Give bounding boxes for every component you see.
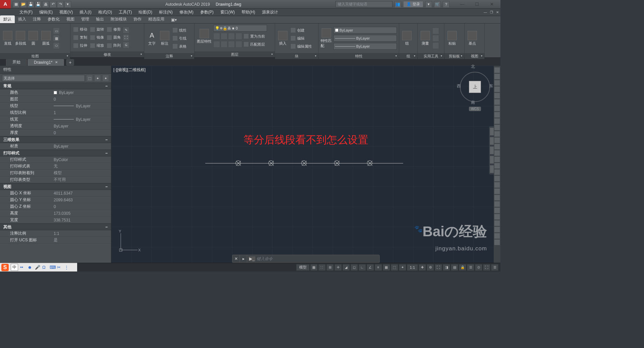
ime-soft-icon[interactable]: Ω [42, 265, 48, 270]
sb-polar-icon[interactable]: ✛ [334, 264, 342, 271]
palette-icon[interactable] [494, 169, 500, 175]
sb-gizmo-icon[interactable]: ✦ [399, 264, 406, 271]
qat-plot-icon[interactable]: 🖶 [42, 1, 49, 8]
palette-icon[interactable] [494, 156, 500, 162]
trim-button[interactable]: 修剪 [106, 27, 121, 33]
arc-button[interactable]: 圆弧 [40, 25, 52, 52]
panel-group-title[interactable]: 组 [399, 53, 417, 59]
qat-undo-icon[interactable]: ↶ [50, 1, 56, 8]
prop-value[interactable]: 0 [54, 204, 111, 209]
menu-help[interactable]: 帮助(H) [238, 9, 259, 15]
prop-value[interactable]: 338.7531 [54, 218, 111, 222]
ellipse-icon[interactable]: ⬭ [53, 42, 60, 49]
prop-section-header[interactable]: 其他– [0, 223, 111, 230]
cmd-close-icon[interactable]: ✕ [232, 255, 240, 262]
prop-value[interactable]: 173.0305 [54, 211, 111, 216]
sb-select-icon[interactable]: ⬚ [391, 264, 398, 271]
panel-util-title[interactable]: 实用工具 [418, 53, 444, 59]
paste-button[interactable]: 粘贴 [446, 25, 458, 52]
menu-yuanquan[interactable]: 源泉设计 [259, 9, 281, 15]
palette-icon[interactable] [494, 131, 500, 137]
tab-start[interactable]: 开始 [6, 58, 27, 66]
prop-row[interactable]: 线型比例1 [0, 109, 111, 116]
prop-section-header[interactable]: 打印样式– [0, 150, 111, 156]
prop-row[interactable]: 颜色ByLayer [0, 89, 111, 96]
sb-isolate-icon[interactable]: ☰ [467, 264, 474, 271]
menu-file[interactable]: 文件(F) [16, 9, 36, 15]
ime-kbd-icon[interactable]: ⌨ [50, 265, 55, 270]
palette-icon[interactable] [494, 239, 500, 245]
sb-scale[interactable]: 1:1 [407, 264, 418, 271]
palette-icon[interactable] [494, 112, 500, 118]
sb-customize-icon[interactable]: ☰ [491, 264, 498, 271]
stretch-button[interactable]: 拉伸 [72, 43, 88, 49]
prop-row[interactable]: 圆心 Z 坐标0 [0, 203, 111, 210]
sogou-icon[interactable]: S [1, 264, 9, 271]
palette-icon[interactable] [494, 67, 500, 73]
menu-tools[interactable]: 工具(T) [115, 9, 135, 15]
polyline-button[interactable]: 多段线 [15, 25, 26, 52]
layer-iso-icon[interactable] [213, 33, 220, 40]
circle-button[interactable]: 圆 [28, 25, 39, 52]
viewcube[interactable]: 北 上 南 东 西 WCS [458, 69, 492, 113]
prop-section-header[interactable]: 视图– [0, 183, 111, 190]
palette-icon[interactable] [494, 188, 500, 194]
tab-collaborate[interactable]: 协作 [130, 15, 145, 23]
sb-3dosnap-icon[interactable]: ∟ [359, 264, 366, 271]
close-button[interactable]: ✕ [484, 0, 499, 9]
panel-modify-title[interactable]: 修改 [70, 51, 144, 57]
prop-value[interactable]: 4011.6347 [54, 191, 111, 196]
layer-on-icon[interactable] [221, 41, 227, 48]
prop-row[interactable]: 打开 UCS 图标是 [0, 237, 111, 244]
prop-value[interactable]: 无 [54, 163, 111, 169]
sb-lwt-icon[interactable]: ≡ [375, 264, 382, 271]
prop-row[interactable]: 圆心 X 坐标4011.6347 [0, 190, 111, 197]
qat-dropdown-icon[interactable]: ▾ [64, 1, 71, 8]
pickadd-icon[interactable]: ✦ [102, 75, 109, 82]
tab-parametric[interactable]: 参数化 [44, 15, 63, 23]
search-icon[interactable]: 👥 [394, 1, 401, 8]
prop-value[interactable]: 0 [54, 97, 111, 102]
edit-attr-button[interactable]: 编辑属性 [290, 43, 313, 49]
prop-value[interactable]: ByLayer [54, 144, 111, 149]
new-tab-button[interactable]: + [66, 59, 74, 66]
prop-value[interactable]: 是 [54, 237, 111, 243]
layer-freeze-icon[interactable] [228, 33, 235, 40]
quickselect-icon[interactable]: ⬚ [86, 75, 93, 82]
prop-row[interactable]: 打印表附着到模型 [0, 170, 111, 177]
dimension-button[interactable]: 标注 [159, 25, 170, 52]
tab-addins[interactable]: 附加模块 [107, 15, 130, 23]
maximize-button[interactable]: ☐ [470, 0, 484, 9]
palette-icon[interactable] [494, 214, 500, 220]
prop-section-header[interactable]: 三维效果– [0, 136, 111, 143]
prop-value[interactable]: ByColor [54, 157, 111, 162]
sb-lock-icon[interactable]: 🔒 [459, 264, 466, 271]
prop-row[interactable]: 厚度0 [0, 130, 111, 136]
layer-unlock-icon[interactable] [235, 41, 242, 48]
qat-redo-icon[interactable]: ↷ [57, 1, 64, 8]
prop-value[interactable]: ByLayer [54, 104, 111, 108]
match-props-button[interactable]: 特性匹配 [321, 25, 332, 52]
sb-units-icon[interactable]: ◨ [443, 264, 450, 271]
sb-workspace-icon[interactable]: ⚙ [427, 264, 434, 271]
prop-row[interactable]: 打印表类型不可用 [0, 177, 111, 183]
close-tab-icon[interactable]: ✕ [55, 60, 58, 64]
command-line[interactable]: ✕ ▸ ▶_ 键入命令 [232, 255, 380, 263]
sb-quickprops-icon[interactable]: ▤ [451, 264, 458, 271]
copy-button[interactable]: 复制 [72, 35, 88, 41]
sb-annoscale-icon[interactable]: ⛶ [435, 264, 442, 271]
util-icon1[interactable] [432, 28, 439, 34]
menu-view[interactable]: 视图(V) [56, 9, 76, 15]
ime-voice-icon[interactable]: 🎤 [35, 265, 40, 270]
create-block-button[interactable]: 创建 [290, 27, 313, 33]
ime-more-icon[interactable]: ⋮ [64, 265, 70, 270]
sb-ortho-icon[interactable]: ⊞ [326, 264, 334, 271]
sb-otrack-icon[interactable]: ∠ [367, 264, 374, 271]
basepoint-button[interactable]: 基点 [467, 25, 478, 52]
layer-prev-icon[interactable] [213, 41, 220, 48]
prop-row[interactable]: 打印样式表无 [0, 163, 111, 170]
util-icon3[interactable] [432, 42, 439, 49]
selection-combo[interactable]: 无选择 [2, 75, 85, 82]
prop-row[interactable]: 线宽 ByLayer [0, 116, 111, 123]
palette-icon[interactable] [494, 220, 500, 226]
